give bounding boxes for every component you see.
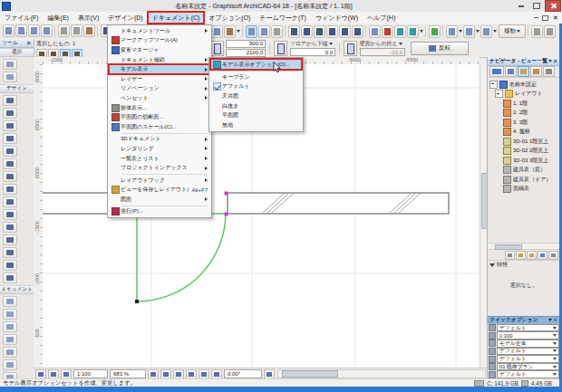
zoom-in-icon[interactable] — [160, 369, 171, 379]
favorites-icon[interactable] — [224, 25, 236, 38]
pan-icon[interactable] — [186, 369, 197, 379]
tree-item-layout[interactable]: 3. 3階 — [488, 118, 560, 128]
tool-lamp[interactable] — [3, 260, 17, 271]
tree-item-layout[interactable]: 2. 2階 — [488, 109, 560, 119]
view-combo-dropdown-icon[interactable] — [493, 30, 497, 33]
guide-line-icon[interactable] — [288, 25, 300, 38]
menu-edit[interactable]: 編集(E) — [44, 12, 73, 24]
navigator-close-icon[interactable] — [553, 59, 557, 62]
tool-beam[interactable] — [3, 146, 17, 157]
model-view-select[interactable]: デフォルト — [497, 355, 559, 363]
submenu-item-default[interactable]: デフォルト — [210, 82, 302, 92]
pen-set-dropdown-icon[interactable] — [476, 30, 480, 33]
submenu-item-outline[interactable]: 白抜き — [210, 101, 302, 111]
markup-pen-icon[interactable] — [382, 25, 393, 38]
open-icon[interactable] — [15, 24, 27, 37]
view-settings-icon[interactable] — [505, 251, 515, 260]
menu-item-partial-structure[interactable]: 躯体表示... — [109, 103, 210, 113]
menu-item-3d-document[interactable]: 3Dドキュメント — [109, 135, 210, 145]
tree-item-3d-view[interactable]: 3D-03 3階見上 — [488, 156, 560, 166]
menu-item-document-tools[interactable]: ドキュメントツール — [109, 26, 210, 36]
quick-model-view-icon[interactable] — [48, 369, 59, 379]
tool-text[interactable] — [3, 321, 17, 332]
pen-set-combo-icon[interactable] — [463, 25, 475, 38]
tool-slab[interactable] — [3, 158, 17, 169]
tool-level-dimension[interactable] — [3, 309, 17, 320]
tool-door[interactable] — [3, 108, 17, 119]
collapse-icon[interactable] — [495, 90, 503, 98]
tool-object[interactable] — [3, 247, 17, 258]
fit-in-window-icon[interactable] — [199, 369, 209, 379]
explore-dropdown-icon[interactable] — [420, 30, 423, 33]
project-chooser-icon[interactable] — [489, 66, 504, 77]
tool-column[interactable] — [3, 133, 17, 144]
menu-item-floor-plan-cut[interactable]: 平面図の切断面... — [109, 112, 210, 122]
arrow-tool-icon[interactable] — [211, 25, 223, 38]
layer-combination-select[interactable]: デフォルト — [497, 324, 559, 332]
reference-off-icon[interactable] — [271, 25, 283, 38]
tool-label[interactable] — [3, 334, 17, 345]
zoom-menu-icon[interactable] — [148, 369, 159, 379]
layer-combo-icon[interactable] — [446, 25, 458, 38]
menu-item-document-extras[interactable]: ドキュメント補助 — [109, 55, 210, 65]
toolbox-close-icon[interactable] — [26, 41, 30, 44]
door-handle-bottom[interactable] — [225, 213, 228, 216]
submenu-item-model-view-options[interactable]: モデル表示オプション(O)... — [210, 59, 302, 70]
new-folder-icon[interactable] — [516, 251, 526, 260]
menu-item-renovation[interactable]: リノベーション — [109, 84, 210, 94]
tree-item-layout[interactable]: 1. 1階 — [488, 99, 560, 109]
menu-file[interactable]: ファイル(F) — [0, 12, 44, 24]
menu-item-floor-plan-scale[interactable]: 平面図のスケール(C)... — [109, 122, 210, 132]
reveal-dropdown-icon[interactable] — [399, 43, 402, 45]
graphic-override-select[interactable]: 01 既存プラン — [497, 363, 559, 371]
paste-icon[interactable] — [83, 24, 95, 37]
copy-icon[interactable] — [71, 24, 82, 37]
save-icon[interactable] — [28, 24, 40, 37]
rotate-icon[interactable] — [531, 25, 543, 38]
menu-item-layout-book[interactable]: レイアウトブック — [109, 176, 210, 186]
tool-shell[interactable] — [3, 184, 17, 195]
toolbox-section-document[interactable]: ドキュメント — [0, 285, 34, 294]
tree-item-schedule[interactable]: 建具表（窓） — [488, 166, 560, 176]
previous-zoom-icon[interactable] — [211, 369, 222, 379]
layer-combo-dropdown-icon[interactable] — [459, 30, 462, 33]
quick-options-menu-icon[interactable] — [548, 319, 552, 321]
flip-button[interactable]: 反転 — [411, 42, 469, 55]
wall-reference-line-icon[interactable] — [246, 25, 257, 38]
tool-curtain-wall[interactable] — [3, 234, 17, 245]
orientation-field[interactable]: 0.00° — [224, 369, 262, 378]
tree-item-schedule[interactable]: 建具表（ドア） — [488, 175, 560, 185]
orbit-icon[interactable] — [394, 25, 406, 38]
submenu-item-ceiling-plan[interactable]: 天井図 — [210, 91, 302, 101]
wall-right-segment[interactable] — [228, 193, 449, 214]
door-width-field[interactable]: 900.0 — [226, 40, 266, 48]
coordinate-constraint-icon[interactable] — [314, 25, 325, 38]
zoom-percent-field[interactable]: 683 % — [110, 369, 146, 378]
doc-close-icon[interactable] — [553, 15, 557, 20]
tree-horizontal-scrollbar[interactable] — [488, 243, 560, 250]
selected-door[interactable] — [137, 214, 228, 301]
menu-design[interactable]: デザイン(D) — [103, 12, 147, 24]
minimize-button[interactable] — [514, 1, 528, 11]
snap-point-icon[interactable] — [301, 25, 313, 38]
tree-item-layout[interactable]: 4. 屋根 — [488, 128, 560, 138]
relative-angle-icon[interactable] — [326, 25, 338, 38]
menu-teamwork[interactable]: チームワーク(T) — [255, 12, 311, 24]
submenu-item-floor-plan[interactable]: 平面図 — [210, 110, 302, 120]
canvas-horizontal-scrollbar[interactable] — [277, 369, 486, 378]
tool-mesh[interactable] — [3, 209, 17, 220]
tool-marquee[interactable] — [3, 72, 17, 82]
tool-arrow[interactable] — [3, 59, 17, 70]
menu-item-save-view-place-layout[interactable]: ビューを保存しレイアウトに配置 Alt+F7 — [109, 186, 210, 196]
anchor-value-field[interactable]: 0.0 — [290, 48, 335, 56]
clone-folder-icon[interactable] — [538, 251, 547, 260]
mirror-icon[interactable] — [544, 25, 556, 38]
anchor-dropdown-icon[interactable] — [329, 43, 333, 45]
tangent-edge-icon[interactable] — [339, 25, 351, 38]
doc-minimize-icon[interactable] — [534, 17, 538, 19]
menu-item-pen-sets[interactable]: ペンセット — [109, 93, 210, 103]
tree-item-project[interactable]: 名称未設定 — [488, 80, 560, 90]
reveal-value-field[interactable]: -10.0 — [360, 48, 405, 56]
tool-zone[interactable] — [3, 222, 17, 233]
quick-options-close-icon[interactable] — [554, 319, 557, 322]
